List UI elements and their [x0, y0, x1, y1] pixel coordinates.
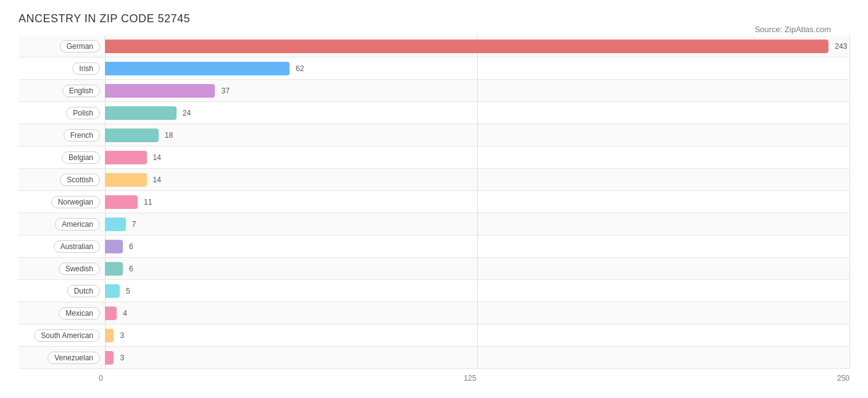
bar-label: Dutch: [19, 285, 105, 297]
bar-row: German243: [19, 35, 849, 57]
bar: 14: [105, 151, 147, 164]
bar-value-label: 4: [120, 309, 127, 318]
bar-value-label: 14: [151, 153, 161, 162]
bar-row: Irish62: [19, 57, 849, 80]
bar-value-label: 11: [141, 198, 152, 206]
bar: 4: [105, 307, 117, 320]
x-axis: 0125250: [19, 371, 849, 383]
bar-value-label: 6: [127, 242, 133, 251]
bar-value-label: 6: [127, 265, 133, 273]
source-label: Source: ZipAtlas.com: [754, 25, 831, 34]
bar: 18: [105, 129, 159, 142]
bar-value-label: 18: [162, 131, 173, 140]
bar-row: Scottish14: [19, 169, 849, 191]
chart-area: German243Irish62English37Polish24French1…: [19, 35, 849, 369]
bar: 3: [105, 329, 114, 342]
bar-value-label: 3: [117, 354, 124, 362]
bar: 7: [105, 218, 126, 231]
bar-label: Belgian: [19, 151, 105, 164]
bar: 24: [105, 106, 177, 120]
bar-label: American: [19, 218, 105, 231]
bar-value-label: 14: [151, 176, 161, 184]
bar-value-label: 37: [219, 87, 229, 95]
chart-title: ANCESTRY IN ZIP CODE 52745: [19, 12, 849, 25]
bar-label: Irish: [19, 62, 105, 75]
bar-row: French18: [19, 124, 849, 146]
bar-row: Swedish6: [19, 258, 849, 280]
bar-label: Australian: [19, 240, 105, 253]
bar: 243: [105, 40, 828, 53]
x-axis-label: 0: [99, 374, 103, 383]
bar-label: Venezuelan: [19, 352, 105, 364]
bar: 6: [105, 262, 123, 276]
bar-row: Polish24: [19, 102, 849, 124]
bar-value-label: 243: [832, 42, 847, 51]
bar-row: Belgian14: [19, 146, 849, 169]
bar-label: French: [19, 129, 105, 142]
bar-row: American7: [19, 213, 849, 235]
bar: 62: [105, 62, 290, 75]
bar-row: Dutch5: [19, 280, 849, 302]
bar-label: English: [19, 85, 105, 97]
bar: 14: [105, 173, 147, 187]
bar-value-label: 62: [293, 64, 304, 73]
bar-label: Norwegian: [19, 196, 105, 208]
bar-label: Polish: [19, 107, 105, 119]
bar-value-label: 7: [130, 220, 136, 229]
bar-label: German: [19, 40, 105, 53]
bar-row: South American3: [19, 324, 849, 347]
bar: 5: [105, 284, 120, 298]
bar-label: South American: [19, 329, 105, 342]
bar-row: English37: [19, 80, 849, 102]
bar-label: Scottish: [19, 174, 105, 186]
bar: 37: [105, 84, 215, 98]
bar-value-label: 3: [117, 331, 124, 340]
bar: 6: [105, 240, 123, 253]
bar: 11: [105, 195, 138, 209]
bar-row: Australian6: [19, 235, 849, 258]
bar-row: Venezuelan3: [19, 347, 849, 369]
bar: 3: [105, 351, 114, 365]
x-axis-label: 125: [464, 374, 476, 383]
bar-row: Norwegian11: [19, 191, 849, 213]
bar-row: Mexican4: [19, 302, 849, 324]
bar-label: Mexican: [19, 307, 105, 320]
x-axis-label: 250: [837, 374, 849, 383]
x-axis-labels: 0125250: [99, 371, 849, 383]
bar-value-label: 5: [123, 287, 130, 295]
bar-label: Swedish: [19, 263, 105, 275]
bar-value-label: 24: [180, 109, 191, 117]
